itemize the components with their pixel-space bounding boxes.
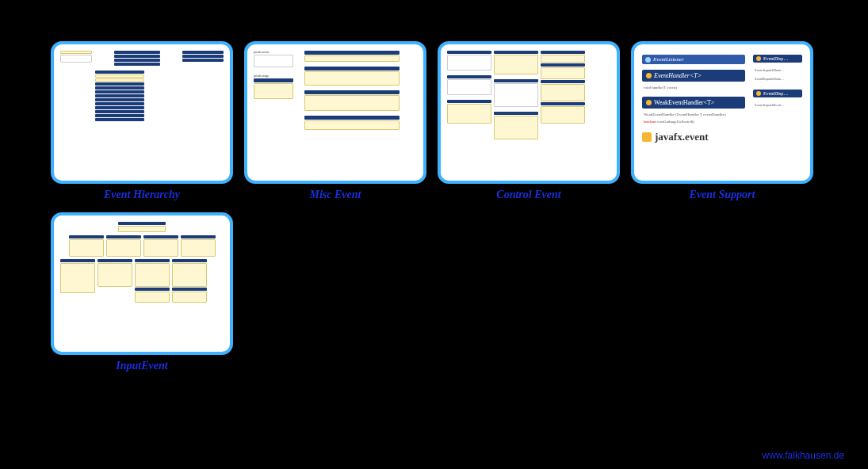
card-event-support[interactable]: EventListener EventHandler<T> void handl… [631,41,813,201]
thumbnail-event-support: EventListener EventHandler<T> void handl… [631,41,813,184]
card-title: Misc Event [310,189,361,201]
footer-link[interactable]: www.falkhausen.de [763,450,844,461]
event-handler-box: EventHandler<T> [642,70,745,82]
card-control-event[interactable]: Control Event [438,41,620,201]
thumbnail-event-hierarchy [51,41,233,184]
event-disp-1: EventDisp… [753,55,802,63]
card-title: Event Hierarchy [104,189,180,201]
thumbnail-misc-event: javafx.scene javafx.stage [244,41,426,184]
card-title: InputEvent [116,360,167,372]
card-title: Control Event [496,189,560,201]
event-disp-2: EventDisp… [753,90,802,97]
weak-handler-box: WeakEventHandler<T> [642,97,745,109]
thumbnail-control-event [438,41,620,184]
package-label: javafx.event [642,131,745,143]
package-icon [642,132,652,142]
event-listener-box: EventListener [642,55,745,64]
card-event-hierarchy[interactable]: Event Hierarchy [51,41,233,201]
card-misc-event[interactable]: javafx.scene javafx.stage [244,41,426,201]
thumbnail-input-event [51,212,233,355]
card-title: Event Support [690,189,755,201]
card-input-event[interactable]: InputEvent [51,212,233,372]
diagram-grid: Event Hierarchy javafx.scene javafx.stag… [0,0,868,387]
